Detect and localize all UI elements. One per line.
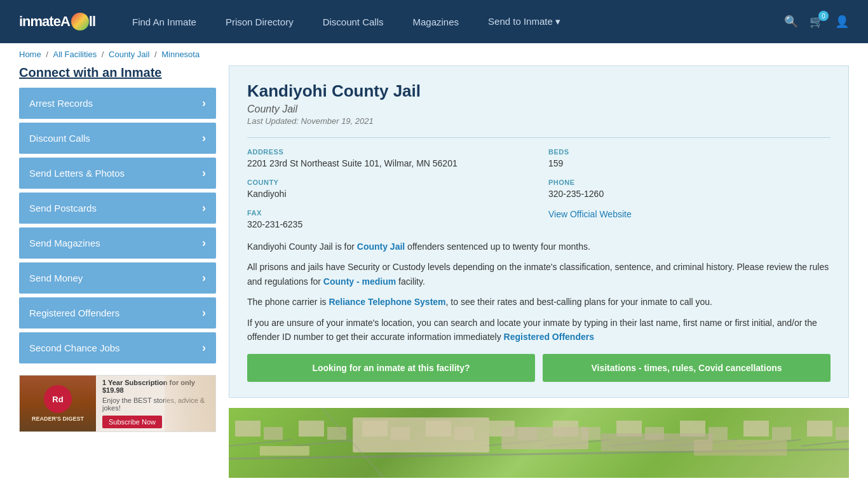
website-block: View Official Website — [548, 209, 831, 229]
nav-magazines[interactable]: Magazines — [402, 0, 471, 43]
chevron-right-icon: › — [202, 306, 206, 320]
header-icons: 🔍 🛒 0 👤 — [784, 15, 849, 29]
chevron-right-icon: › — [202, 341, 206, 355]
sidebar-item-send-postcards[interactable]: Send Postcards › — [19, 193, 216, 224]
phone-label: PHONE — [548, 179, 831, 186]
county-jail-link[interactable]: County Jail — [357, 241, 405, 252]
phone-value: 320-235-1260 — [548, 189, 831, 199]
beds-block: BEDS 159 — [548, 148, 831, 168]
logo[interactable]: inmateA ll — [19, 13, 95, 30]
nav-send-to-inmate[interactable]: Send to Inmate ▾ — [477, 0, 572, 43]
sidebar-item-send-magazines[interactable]: Send Magazines › — [19, 227, 216, 259]
visitations-button[interactable]: Visitations - times, rules, Covid cancel… — [543, 354, 831, 382]
address-value: 2201 23rd St Northeast Suite 101, Wilmar… — [247, 158, 529, 168]
sidebar-item-label: Send Magazines — [29, 238, 100, 248]
breadcrumb-sep2: / — [102, 50, 106, 59]
header: inmateA ll Find An Inmate Prison Directo… — [0, 0, 868, 43]
chevron-right-icon: › — [202, 132, 206, 145]
breadcrumb-minnesota[interactable]: Minnesota — [161, 50, 200, 59]
svg-rect-0 — [353, 417, 489, 452]
sidebar-item-label: Send Money — [29, 273, 83, 283]
fax-value: 320-231-6235 — [247, 219, 529, 229]
sidebar-item-send-money[interactable]: Send Money › — [19, 262, 216, 294]
sidebar-item-label: Arrest Records — [29, 98, 93, 109]
sidebar-item-label: Discount Calls — [29, 133, 90, 144]
rd-subtitle: READER'S DIGEST — [32, 416, 84, 422]
main-content: Kandiyohi County Jail County Jail Last U… — [229, 65, 849, 478]
breadcrumb-home[interactable]: Home — [19, 50, 41, 59]
breadcrumb-sep1: / — [46, 50, 50, 59]
cart-badge: 0 — [818, 11, 829, 21]
facility-name: Kandiyohi County Jail — [247, 81, 831, 101]
facility-card: Kandiyohi County Jail County Jail Last U… — [229, 65, 849, 398]
nav-find-inmate[interactable]: Find An Inmate — [121, 0, 208, 43]
sidebar-item-label: Registered Offenders — [29, 308, 119, 318]
chevron-right-icon: › — [202, 236, 206, 250]
fax-label: FAX — [247, 209, 529, 217]
find-inmate-button[interactable]: Looking for an inmate at this facility? — [247, 354, 535, 382]
address-label: ADDRESS — [247, 148, 529, 156]
cart-button[interactable]: 🛒 0 — [810, 15, 824, 29]
ad-banner: Rd READER'S DIGEST 1 Year Subscription f… — [19, 375, 216, 432]
nav-prison-directory[interactable]: Prison Directory — [214, 0, 305, 43]
facility-info-grid: ADDRESS 2201 23rd St Northeast Suite 101… — [247, 148, 831, 229]
logo-icon — [71, 13, 89, 30]
phone-block: PHONE 320-235-1260 — [548, 179, 831, 199]
sidebar-item-label: Send Letters & Photos — [29, 168, 125, 179]
nav-discount-calls[interactable]: Discount Calls — [311, 0, 395, 43]
fax-block: FAX 320-231-6235 — [247, 209, 529, 229]
facility-desc3: The phone carrier is Reliance Telephone … — [247, 295, 831, 309]
svg-rect-6 — [694, 440, 787, 456]
sidebar: Connect with an Inmate Arrest Records › … — [19, 65, 216, 478]
sidebar-item-registered-offenders[interactable]: Registered Offenders › — [19, 297, 216, 329]
facility-type: County Jail — [247, 104, 831, 115]
breadcrumb-all-facilities[interactable]: All Facilities — [53, 50, 97, 59]
chevron-right-icon: › — [202, 201, 206, 215]
address-block: ADDRESS 2201 23rd St Northeast Suite 101… — [247, 148, 529, 168]
sidebar-title: Connect with an Inmate — [19, 65, 216, 80]
breadcrumb: Home / All Facilities / County Jail / Mi… — [0, 43, 868, 65]
aerial-svg — [229, 408, 849, 478]
action-buttons: Looking for an inmate at this facility? … — [247, 354, 831, 382]
breadcrumb-sep3: / — [154, 50, 159, 59]
sidebar-item-label: Second Chance Jobs — [29, 342, 120, 353]
logo-text: inmateA — [19, 13, 70, 30]
registered-offenders-link[interactable]: Registered Offenders — [504, 332, 594, 342]
chevron-right-icon: › — [202, 97, 206, 110]
ad-image: Rd READER'S DIGEST — [20, 375, 96, 432]
facility-desc1: Kandiyohi County Jail is for County Jail… — [247, 240, 831, 254]
ad-books-decoration — [165, 376, 215, 432]
rd-logo: Rd — [44, 385, 72, 413]
main-layout: Connect with an Inmate Arrest Records › … — [0, 65, 868, 488]
beds-label: BEDS — [548, 148, 831, 156]
telephone-system-link[interactable]: Reliance Telephone System — [329, 297, 445, 307]
sidebar-item-second-chance-jobs[interactable]: Second Chance Jobs › — [19, 332, 216, 363]
sidebar-item-discount-calls[interactable]: Discount Calls › — [19, 123, 216, 154]
county-block: COUNTY Kandiyohi — [247, 179, 529, 199]
svg-rect-1 — [501, 427, 588, 449]
user-button[interactable]: 👤 — [835, 15, 849, 29]
ad-subscribe-button[interactable]: Subscribe Now — [102, 416, 162, 428]
county-label: COUNTY — [247, 179, 529, 186]
facility-last-updated: Last Updated: November 19, 2021 — [247, 116, 831, 126]
aerial-image — [229, 408, 849, 478]
county-medium-link[interactable]: County - medium — [323, 276, 396, 287]
sidebar-menu: Arrest Records › Discount Calls › Send L… — [19, 88, 216, 363]
logo-text2: ll — [89, 13, 95, 30]
beds-value: 159 — [548, 158, 831, 168]
official-website-link[interactable]: View Official Website — [548, 209, 632, 219]
chevron-right-icon: › — [202, 166, 206, 180]
facility-desc2: All prisons and jails have Security or C… — [247, 260, 831, 288]
sidebar-item-label: Send Postcards — [29, 203, 97, 214]
facility-divider — [247, 137, 831, 138]
main-nav: Find An Inmate Prison Directory Discount… — [121, 0, 784, 43]
chevron-right-icon: › — [202, 271, 206, 285]
breadcrumb-county-jail[interactable]: County Jail — [109, 50, 149, 59]
county-value: Kandiyohi — [247, 189, 529, 199]
sidebar-item-arrest-records[interactable]: Arrest Records › — [19, 88, 216, 119]
svg-rect-5 — [260, 446, 309, 456]
facility-desc4: If you are unsure of your inmate's locat… — [247, 316, 831, 344]
search-button[interactable]: 🔍 — [784, 15, 798, 29]
sidebar-item-send-letters[interactable]: Send Letters & Photos › — [19, 158, 216, 189]
